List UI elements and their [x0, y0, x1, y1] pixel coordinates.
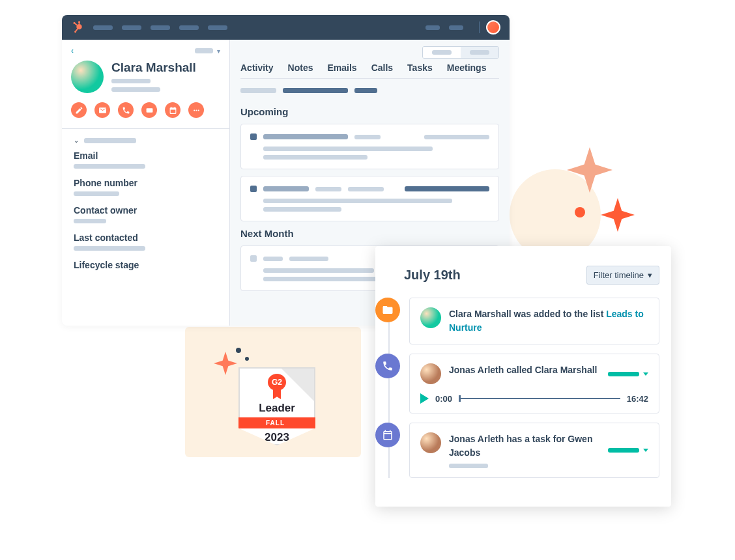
tab-calls[interactable]: Calls — [371, 63, 393, 78]
nav-placeholder[interactable] — [93, 25, 113, 30]
view-toggle[interactable] — [422, 46, 499, 59]
avatar — [420, 432, 441, 453]
phone-icon — [375, 354, 400, 378]
nav-placeholder[interactable] — [151, 25, 170, 30]
svg-point-10 — [197, 109, 199, 111]
nav-placeholder[interactable] — [425, 25, 440, 30]
user-avatar[interactable] — [486, 20, 500, 35]
tab-notes[interactable]: Notes — [288, 63, 313, 78]
folder-icon — [375, 298, 400, 322]
svg-rect-7 — [146, 108, 152, 113]
svg-point-1 — [236, 348, 241, 353]
dot-icon — [236, 348, 241, 353]
activity-card[interactable] — [240, 176, 499, 221]
expand-section[interactable]: ⌄ — [74, 137, 218, 144]
field-lifecycle: Lifecycle stage — [74, 260, 218, 270]
email-button[interactable] — [94, 102, 110, 118]
nav-placeholder[interactable] — [179, 25, 199, 30]
status-dropdown[interactable] — [608, 432, 648, 468]
sparkle-icon — [567, 147, 612, 193]
avatar — [420, 363, 441, 384]
svg-point-4 — [78, 21, 80, 23]
audio-total-time: 16:42 — [627, 394, 648, 404]
timeline-panel: July 19th Filter timeline ▾ Clara Marsha… — [375, 246, 671, 507]
action-placeholder[interactable] — [195, 48, 213, 53]
activity-card[interactable] — [240, 124, 499, 169]
svg-point-9 — [195, 109, 197, 111]
chevron-down-icon[interactable]: ▾ — [217, 48, 220, 55]
sparkle-icon — [214, 352, 237, 375]
filter-timeline-button[interactable]: Filter timeline ▾ — [586, 266, 659, 285]
back-arrow-icon[interactable]: ‹ — [71, 46, 74, 55]
field-owner: Contact owner — [74, 205, 218, 223]
timeline-item: Jonas Arleth called Clara Marshall 0:00 … — [404, 354, 659, 413]
calendar-icon — [375, 423, 400, 447]
edit-button[interactable] — [71, 102, 87, 118]
dot-icon — [575, 207, 585, 217]
sparkle-icon — [601, 198, 635, 232]
chevron-down-icon: ⌄ — [74, 137, 79, 144]
svg-point-2 — [245, 357, 249, 361]
calendar-button[interactable] — [165, 102, 180, 118]
nav-placeholder[interactable] — [449, 25, 463, 30]
hubspot-logo-icon — [71, 21, 84, 34]
avatar — [420, 307, 441, 328]
timeline-text: Clara Marshall was added to the list Lea… — [449, 307, 648, 335]
nav-placeholder[interactable] — [122, 25, 141, 30]
more-button[interactable] — [188, 102, 204, 118]
tab-tasks[interactable]: Tasks — [407, 63, 433, 78]
svg-point-8 — [194, 109, 195, 111]
badge-title: Leader — [259, 402, 295, 415]
status-dropdown[interactable] — [608, 363, 648, 384]
g2-badge: G2 Leader FALL 2023 — [235, 367, 319, 455]
badge-season: FALL — [234, 417, 317, 428]
contact-avatar[interactable] — [71, 61, 104, 93]
timeline-text: Jonas Arleth has a task for Gwen Jacobs — [449, 432, 600, 468]
tab-emails[interactable]: Emails — [327, 63, 356, 78]
tab-activity[interactable]: Activity — [240, 63, 274, 78]
timeline-item: Jonas Arleth has a task for Gwen Jacobs — [404, 423, 659, 478]
timeline-item: Clara Marshall was added to the list Lea… — [404, 298, 659, 344]
audio-current-time: 0:00 — [435, 394, 452, 404]
card-button[interactable] — [141, 102, 157, 118]
section-next-month: Next Month — [240, 228, 499, 239]
contact-name: Clara Marshall — [111, 61, 220, 75]
nav-placeholder[interactable] — [208, 25, 227, 30]
play-button[interactable] — [420, 393, 429, 404]
contact-sidebar: ‹ ▾ Clara Marshall — [62, 40, 230, 326]
timeline-date: July 19th — [404, 268, 461, 283]
phone-button[interactable] — [118, 102, 134, 118]
field-last-contacted: Last contacted — [74, 232, 218, 251]
svg-point-0 — [575, 207, 585, 217]
tab-meetings[interactable]: Meetings — [447, 63, 487, 78]
field-email: Email — [74, 150, 218, 169]
section-upcoming: Upcoming — [240, 106, 499, 117]
dot-icon — [245, 357, 249, 361]
activity-tabs: Activity Notes Emails Calls Tasks Meetin… — [240, 63, 499, 79]
timeline-text: Jonas Arleth called Clara Marshall — [449, 363, 600, 384]
badge-year: 2023 — [265, 431, 289, 444]
chevron-down-icon: ▾ — [648, 270, 652, 280]
audio-scrubber[interactable] — [459, 398, 620, 399]
svg-point-5 — [74, 22, 76, 24]
app-topbar — [62, 15, 510, 40]
field-phone: Phone number — [74, 178, 218, 196]
g2-logo-icon: G2 — [268, 374, 286, 391]
